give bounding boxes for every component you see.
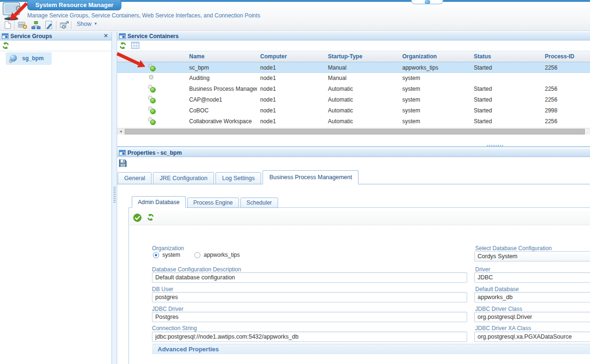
scrollbar-thumb[interactable] <box>125 129 585 135</box>
toolbar-separator <box>14 21 15 29</box>
edit-tool-button[interactable] <box>43 20 55 30</box>
refresh-icon <box>119 42 127 49</box>
refresh-icon <box>2 42 9 49</box>
service-groups-header: Service Groups ✕ <box>0 32 112 40</box>
service-running-icon: ⚙ <box>147 84 157 93</box>
column-header[interactable]: Name <box>186 51 257 62</box>
cell-process-id: 2256 <box>542 63 590 72</box>
service-groups-toolbar <box>0 40 112 51</box>
cell-computer: node1 <box>257 105 325 116</box>
admin-database-content <box>128 207 590 364</box>
cell-name: CAP@node1 <box>186 95 257 105</box>
vertical-splitter[interactable] <box>112 32 117 364</box>
service-groups-panel: Service Groups ✕ ⚙ sg_bpm <box>0 32 112 364</box>
cell-computer: node1 <box>257 95 325 105</box>
tab-business-process-management[interactable]: Business Process Management <box>263 170 359 184</box>
column-header[interactable]: Computer <box>257 51 325 62</box>
splitter-grip <box>487 145 503 147</box>
horizontal-splitter[interactable] <box>117 146 590 147</box>
refresh-button[interactable] <box>147 214 156 223</box>
properties-header: Properties - sc_bpm <box>117 148 590 157</box>
service-containers-panel: Service Containers Name Computer Startup… <box>117 32 590 135</box>
panel-title: Service Groups <box>10 33 52 40</box>
cell-startup-type: Manual <box>325 63 399 72</box>
horizontal-scrollbar[interactable]: ◄ <box>117 128 590 135</box>
column-header[interactable]: Status <box>470 51 542 62</box>
cell-computer: node1 <box>257 84 325 95</box>
new-page-icon <box>4 21 11 29</box>
bpm-subtabs: Admin Database Process Engine Scheduler <box>132 196 278 208</box>
system-resource-manager-app-icon: ⚙ <box>2 2 25 21</box>
cell-startup-type: Automatic <box>325 105 399 116</box>
connection-point-tool-button[interactable] <box>59 20 70 30</box>
properties-panel: Properties - sc_bpm General JRE Configur… <box>117 148 590 364</box>
subtab-admin-database[interactable]: Admin Database <box>132 196 186 208</box>
table-row-bpm-engine[interactable]: ⚙ Business Process Management node1 Auto… <box>117 84 590 95</box>
save-button[interactable] <box>119 159 128 168</box>
cell-computer: node1 <box>257 73 325 84</box>
table-row-sc-bpm[interactable]: ⚙ sc_bpm node1 Manual appworks_tips Star… <box>117 62 590 73</box>
collapse-knob-icon <box>424 0 431 4</box>
cell-startup-type: Automatic <box>325 95 399 105</box>
service-containers-toolbar <box>117 40 590 51</box>
table-row-auditing[interactable]: ⚙ Auditing node1 Manual system <box>117 73 590 84</box>
column-header[interactable]: Process-ID <box>542 51 590 62</box>
page-title: System Resource Manager <box>27 0 121 10</box>
cell-startup-type: Manual <box>325 73 399 84</box>
page-subtitle: Manage Service Groups, Service Container… <box>27 12 260 19</box>
service-running-icon: ⚙ <box>147 63 157 72</box>
header-collapse-tab[interactable] <box>411 0 443 4</box>
scroll-left-button[interactable]: ◄ <box>117 128 124 135</box>
grid-view-button[interactable] <box>131 42 140 50</box>
cell-name: sc_bpm <box>186 63 257 72</box>
service-group-icon: ⚙ <box>9 55 17 63</box>
cell-organization: appworks_tips <box>399 63 470 72</box>
cell-status: Started <box>470 95 542 105</box>
cell-organization: system <box>399 105 470 116</box>
cell-status: Started <box>470 105 542 116</box>
table-row-coboc[interactable]: ⚙ CoBOC node1 Automatic system Started 2… <box>117 105 590 116</box>
new-item-button[interactable] <box>2 20 13 30</box>
close-icon[interactable]: ✕ <box>104 32 108 39</box>
cell-process-id: 2256 <box>542 116 590 127</box>
toolbar-separator <box>56 21 56 29</box>
subtab-scheduler[interactable]: Scheduler <box>240 198 278 208</box>
column-header[interactable]: Startup-Type <box>325 51 399 62</box>
tab-jre-configuration[interactable]: JRE Configuration <box>153 172 214 184</box>
org-structure-tool-button[interactable] <box>30 20 41 30</box>
service-container-tool-button[interactable] <box>17 20 28 30</box>
save-floppy-icon <box>119 159 127 167</box>
table-row-cap[interactable]: ⚙ CAP@node1 node1 Automatic system Start… <box>117 95 590 105</box>
gear-icon: ⚙ <box>15 5 22 13</box>
table-body: ⚙ sc_bpm node1 Manual appworks_tips Star… <box>117 62 590 127</box>
tab-log-settings[interactable]: Log Settings <box>215 172 262 184</box>
properties-tabs: General JRE Configuration Log Settings B… <box>118 170 359 184</box>
tab-general[interactable]: General <box>118 172 151 184</box>
cell-status: Started <box>470 116 542 127</box>
show-dropdown[interactable]: Show▼ <box>77 21 97 27</box>
refresh-button[interactable] <box>2 42 10 50</box>
table-row-collaborative-workspace[interactable]: ⚙ Collaborative Workspace node1 Automati… <box>117 116 590 127</box>
service-running-icon: ⚙ <box>147 105 157 115</box>
apply-button[interactable] <box>133 214 143 223</box>
cell-status: Started <box>470 63 542 72</box>
cell-status: Started <box>470 84 542 95</box>
cell-process-id: 2998 <box>542 105 590 116</box>
column-header-state <box>117 51 186 62</box>
cell-organization: system <box>399 73 470 84</box>
toolbar-separator <box>71 21 72 29</box>
cell-organization: system <box>399 116 470 127</box>
cell-computer: node1 <box>257 63 325 72</box>
window-gear-arrow-icon <box>60 21 69 29</box>
subtab-process-engine[interactable]: Process Engine <box>187 198 239 208</box>
cell-startup-type: Automatic <box>325 84 399 95</box>
cell-process-id <box>542 73 590 84</box>
refresh-icon <box>147 214 154 221</box>
cell-name: Business Process Management <box>186 84 257 95</box>
cell-organization: system <box>399 95 470 105</box>
admin-database-toolbar <box>129 211 590 225</box>
column-header[interactable]: Organization <box>399 51 470 62</box>
refresh-button[interactable] <box>119 42 128 50</box>
service-group-item-sg-bpm[interactable]: ⚙ sg_bpm <box>6 52 52 65</box>
cell-process-id: 2256 <box>542 84 590 95</box>
